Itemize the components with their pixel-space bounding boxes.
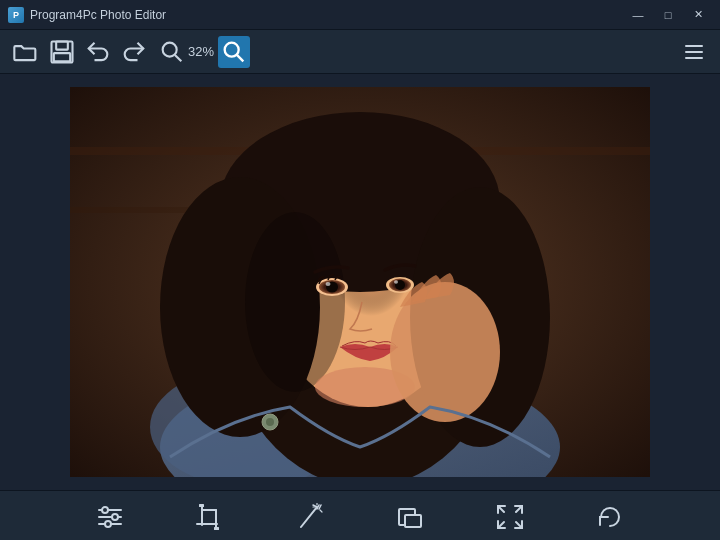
menu-line-3 bbox=[685, 57, 703, 59]
zoom-value: 32% bbox=[188, 44, 214, 59]
svg-point-3 bbox=[163, 42, 177, 56]
crop-icon bbox=[195, 503, 225, 535]
app-title: Program4Pc Photo Editor bbox=[30, 8, 624, 22]
svg-rect-42 bbox=[199, 504, 204, 507]
redo-button[interactable] bbox=[118, 36, 150, 68]
canvas-area: NE\V NE\V NE\V NE\V bbox=[0, 74, 720, 490]
rotate-icon bbox=[595, 503, 625, 535]
bottom-toolbar: 调整 作物 bbox=[0, 490, 720, 540]
bottom-tool-rotate[interactable]: 旋转 bbox=[560, 496, 660, 541]
svg-rect-2 bbox=[54, 53, 70, 61]
svg-point-36 bbox=[112, 514, 118, 520]
bottom-tool-adjust[interactable]: 调整 bbox=[60, 496, 160, 541]
svg-point-19 bbox=[245, 212, 345, 392]
svg-point-31 bbox=[266, 418, 274, 426]
sliders-icon bbox=[95, 503, 125, 535]
maximize-button[interactable]: □ bbox=[654, 4, 682, 26]
zoom-display: 32% bbox=[158, 38, 214, 66]
close-button[interactable]: ✕ bbox=[684, 4, 712, 26]
svg-rect-52 bbox=[405, 515, 421, 527]
minimize-button[interactable]: — bbox=[624, 4, 652, 26]
svg-line-44 bbox=[301, 507, 317, 527]
bottom-tool-effects[interactable]: 影响 bbox=[260, 496, 360, 541]
menu-button[interactable] bbox=[678, 36, 710, 68]
resize-icon bbox=[495, 503, 525, 535]
svg-line-6 bbox=[237, 54, 243, 60]
overlay-icon bbox=[395, 503, 425, 535]
title-bar: P Program4Pc Photo Editor — □ ✕ bbox=[0, 0, 720, 30]
undo-button[interactable] bbox=[82, 36, 114, 68]
app-icon: P bbox=[8, 7, 24, 23]
svg-line-4 bbox=[175, 54, 181, 60]
svg-line-50 bbox=[320, 510, 322, 512]
bottom-tool-overlay[interactable]: 覆盖 bbox=[360, 496, 460, 541]
photo-container: NE\V NE\V NE\V NE\V bbox=[70, 87, 650, 477]
bottom-tool-crop[interactable]: 作物 bbox=[160, 496, 260, 541]
svg-point-5 bbox=[225, 42, 239, 56]
wand-icon bbox=[295, 503, 325, 535]
window-controls: — □ ✕ bbox=[624, 4, 712, 26]
svg-rect-1 bbox=[56, 41, 68, 49]
photo-image: NE\V NE\V NE\V NE\V bbox=[70, 87, 650, 477]
svg-point-37 bbox=[105, 521, 111, 527]
menu-line-2 bbox=[685, 51, 703, 53]
svg-point-27 bbox=[394, 280, 398, 284]
bottom-tool-resize[interactable]: 调整 bbox=[460, 496, 560, 541]
open-button[interactable] bbox=[10, 36, 42, 68]
svg-point-35 bbox=[102, 507, 108, 513]
toolbar: 32% bbox=[0, 30, 720, 74]
menu-line-1 bbox=[685, 45, 703, 47]
save-button[interactable] bbox=[46, 36, 78, 68]
svg-rect-43 bbox=[214, 527, 219, 530]
zoom-active-button[interactable] bbox=[218, 36, 250, 68]
svg-point-23 bbox=[326, 282, 331, 286]
